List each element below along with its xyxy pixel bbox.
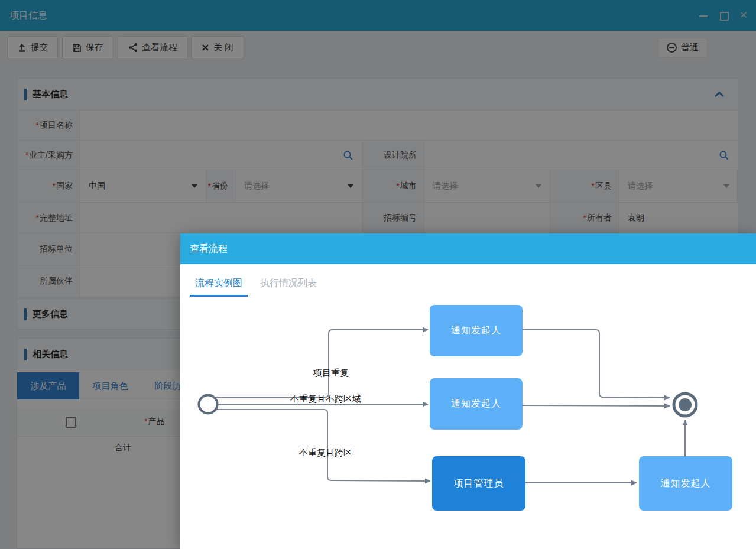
process-diagram: 项目重复 不重复且不跨区域 不重复且跨区 通知发起人 通知发起人 项目管理员 通…: [180, 297, 756, 549]
edge-node2-to-end: [523, 405, 670, 406]
task-node-notify-initiator-3[interactable]: 通知发起人: [639, 456, 732, 511]
edge-node1-to-end: [523, 330, 670, 398]
edge-label-no-dup-cross-region: 不重复且跨区: [298, 447, 352, 457]
edge-label-no-dup-same-region: 不重复且不跨区域: [290, 394, 361, 404]
task-node-project-admin[interactable]: 项目管理员: [432, 456, 525, 511]
view-process-modal: 查看流程 流程实例图 执行情况列表 项目重复 不重复且不: [180, 233, 756, 549]
task-node-notify-initiator-1[interactable]: 通知发起人: [430, 305, 523, 356]
tab-execution-list[interactable]: 执行情况列表: [255, 277, 322, 297]
modal-tabs: 流程实例图 执行情况列表: [180, 264, 756, 297]
edge-no-dup-cross-region: [216, 410, 430, 481]
tab-process-instance-diagram[interactable]: 流程实例图: [190, 277, 248, 297]
task-node-notify-initiator-2[interactable]: 通知发起人: [430, 378, 523, 430]
edge-label-duplicate: 项目重复: [313, 368, 349, 378]
start-event-node: [199, 395, 218, 414]
edge-duplicate: [216, 330, 428, 397]
end-event-dot: [679, 398, 692, 411]
modal-header: 查看流程: [180, 233, 756, 264]
modal-title: 查看流程: [190, 243, 228, 255]
